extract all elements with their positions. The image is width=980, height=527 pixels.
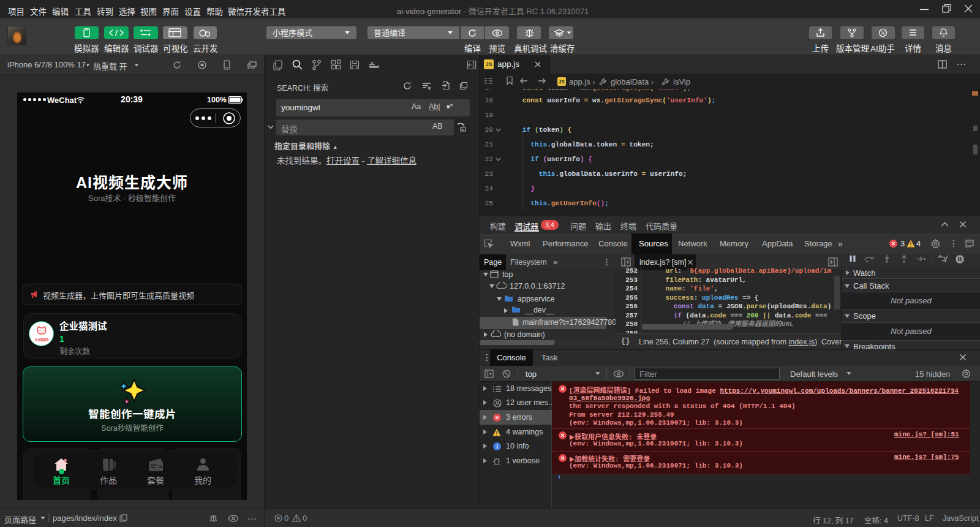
svg-text:ac: ac <box>461 127 465 131</box>
